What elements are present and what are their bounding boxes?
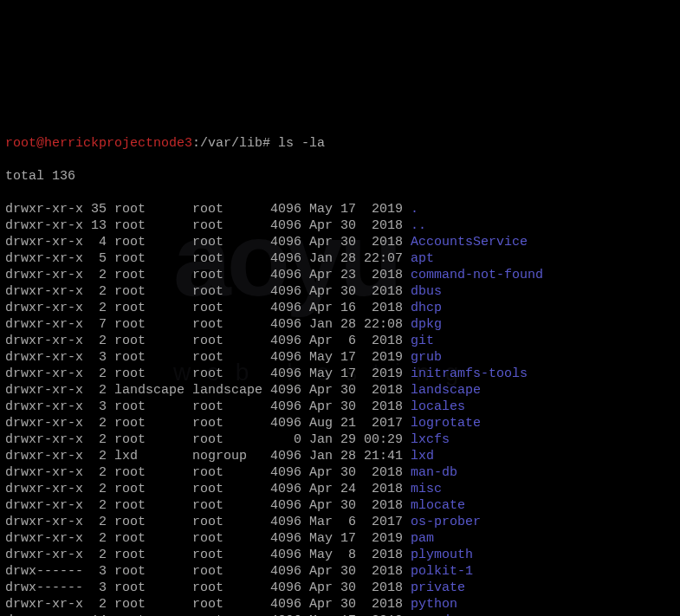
- file-row: drwxr-xr-x 2 root root 4096 Aug 21 2017 …: [5, 415, 675, 431]
- file-row: drwxr-xr-x 7 root root 4096 Jan 28 22:08…: [5, 316, 675, 333]
- file-row: drwxr-xr-x 2 root root 4096 May 8 2018 p…: [5, 547, 675, 563]
- file-meta: drwxr-xr-x 4 root root 4096 Apr 30 2018: [5, 235, 411, 250]
- file-name: initramfs-tools: [411, 366, 528, 381]
- file-name: dpkg: [411, 317, 442, 332]
- file-name: apt: [411, 251, 434, 266]
- file-name: landscape: [411, 383, 481, 398]
- file-name: os-prober: [411, 515, 481, 529]
- file-meta: drwxr-xr-x 2 root root 4096 Apr 30 2018: [5, 498, 411, 513]
- file-row: drwx------ 3 root root 4096 Apr 30 2018 …: [5, 580, 675, 596]
- file-meta: drwxr-xr-x 2 root root 4096 Aug 21 2017: [5, 416, 411, 431]
- file-row: drwxr-xr-x 2 lxd nogroup 4096 Jan 28 21:…: [5, 448, 675, 464]
- file-listing: drwxr-xr-x 35 root root 4096 May 17 2019…: [5, 201, 675, 616]
- file-row: drwx------ 3 root root 4096 Apr 30 2018 …: [5, 563, 675, 580]
- file-row: drwxr-xr-x 2 root root 4096 Apr 30 2018 …: [5, 283, 675, 300]
- file-name: mlocate: [411, 498, 465, 513]
- file-name: dbus: [411, 284, 442, 299]
- file-meta: drwxr-xr-x 2 root root 4096 May 8 2018: [5, 548, 411, 562]
- file-name: lxcfs: [411, 432, 450, 447]
- file-row: drwxr-xr-x 3 root root 4096 Apr 30 2018 …: [5, 399, 675, 415]
- file-meta: drwxr-xr-x 2 root root 4096 May 17 2019: [5, 531, 411, 546]
- file-meta: drwxr-xr-x 13 root root 4096 Apr 30 2018: [5, 218, 411, 233]
- terminal-output[interactable]: root@herrickprojectnode3:/var/lib# ls -l…: [5, 119, 675, 616]
- file-name: logrotate: [411, 416, 481, 431]
- file-meta: drwxr-xr-x 2 root root 4096 Apr 30 2018: [5, 284, 411, 299]
- file-meta: drwxr-xr-x 7 root root 4096 Jan 28 22:08: [5, 317, 411, 332]
- file-row: drwxr-xr-x 2 root root 4096 Apr 6 2018 g…: [5, 333, 675, 349]
- file-name: man-db: [411, 465, 457, 480]
- file-name: ..: [411, 218, 426, 233]
- total-line: total 136: [5, 168, 675, 185]
- file-name: python: [411, 597, 457, 612]
- file-row: drwxr-xr-x 2 root root 4096 Apr 23 2018 …: [5, 267, 675, 283]
- file-row: drwxr-xr-x 14 root root 4096 May 17 2019…: [5, 613, 675, 616]
- file-row: drwxr-xr-x 2 root root 4096 May 17 2019 …: [5, 366, 675, 382]
- file-meta: drwxr-xr-x 2 root root 4096 May 17 2019: [5, 366, 411, 381]
- file-row: drwxr-xr-x 4 root root 4096 Apr 30 2018 …: [5, 234, 675, 250]
- file-meta: drwxr-xr-x 5 root root 4096 Jan 28 22:07: [5, 251, 411, 266]
- file-name: polkit-1: [411, 564, 473, 579]
- file-row: drwxr-xr-x 2 root root 4096 Mar 6 2017 o…: [5, 514, 675, 530]
- file-name: locales: [411, 399, 465, 414]
- file-meta: drwxr-xr-x 2 lxd nogroup 4096 Jan 28 21:…: [5, 449, 411, 464]
- file-name: grub: [411, 350, 442, 365]
- file-meta: drwxr-xr-x 2 root root 4096 Apr 6 2018: [5, 334, 411, 348]
- file-meta: drwxr-xr-x 2 root root 4096 Apr 30 2018: [5, 465, 411, 480]
- file-row: drwxr-xr-x 2 root root 4096 Apr 30 2018 …: [5, 497, 675, 514]
- file-name: dhcp: [411, 301, 442, 315]
- file-name: command-not-found: [411, 268, 543, 282]
- file-name: pam: [411, 531, 434, 546]
- file-meta: drwxr-xr-x 2 root root 4096 Mar 6 2017: [5, 515, 411, 529]
- file-row: drwxr-xr-x 2 root root 4096 Apr 16 2018 …: [5, 300, 675, 316]
- file-name: git: [411, 334, 434, 348]
- file-meta: drwx------ 3 root root 4096 Apr 30 2018: [5, 564, 411, 579]
- file-name: .: [411, 202, 418, 217]
- file-meta: drwxr-xr-x 2 root root 4096 Apr 24 2018: [5, 482, 411, 496]
- file-row: drwxr-xr-x 3 root root 4096 May 17 2019 …: [5, 349, 675, 366]
- file-meta: drwx------ 3 root root 4096 Apr 30 2018: [5, 580, 411, 595]
- file-name: AccountsService: [411, 235, 528, 250]
- prompt-line[interactable]: root@herrickprojectnode3:/var/lib# ls -l…: [5, 135, 675, 152]
- file-meta: drwxr-xr-x 2 root root 4096 Apr 23 2018: [5, 268, 411, 282]
- file-row: drwxr-xr-x 13 root root 4096 Apr 30 2018…: [5, 217, 675, 234]
- file-row: drwxr-xr-x 2 root root 4096 Apr 30 2018 …: [5, 596, 675, 613]
- file-row: drwxr-xr-x 2 root root 4096 Apr 24 2018 …: [5, 481, 675, 497]
- file-row: drwxr-xr-x 2 root root 4096 May 17 2019 …: [5, 530, 675, 547]
- prompt-user: root@herrickprojectnode3: [5, 136, 192, 151]
- file-row: drwxr-xr-x 5 root root 4096 Jan 28 22:07…: [5, 250, 675, 267]
- file-meta: drwxr-xr-x 2 root root 4096 Apr 16 2018: [5, 301, 411, 315]
- file-name: lxd: [411, 449, 434, 464]
- file-name: misc: [411, 482, 442, 496]
- file-meta: drwxr-xr-x 2 landscape landscape 4096 Ap…: [5, 383, 411, 398]
- file-row: drwxr-xr-x 2 landscape landscape 4096 Ap…: [5, 382, 675, 399]
- file-name: plymouth: [411, 548, 473, 562]
- file-name: private: [411, 580, 465, 595]
- file-row: drwxr-xr-x 2 root root 4096 Apr 30 2018 …: [5, 464, 675, 481]
- file-meta: drwxr-xr-x 3 root root 4096 May 17 2019: [5, 350, 411, 365]
- file-meta: drwxr-xr-x 2 root root 0 Jan 29 00:29: [5, 432, 411, 447]
- prompt-path: :/var/lib#: [192, 136, 270, 151]
- file-row: drwxr-xr-x 2 root root 0 Jan 29 00:29 lx…: [5, 431, 675, 448]
- file-meta: drwxr-xr-x 3 root root 4096 Apr 30 2018: [5, 399, 411, 414]
- file-meta: drwxr-xr-x 2 root root 4096 Apr 30 2018: [5, 597, 411, 612]
- file-meta: drwxr-xr-x 35 root root 4096 May 17 2019: [5, 202, 411, 217]
- file-row: drwxr-xr-x 35 root root 4096 May 17 2019…: [5, 201, 675, 217]
- command-text: ls -la: [270, 136, 325, 151]
